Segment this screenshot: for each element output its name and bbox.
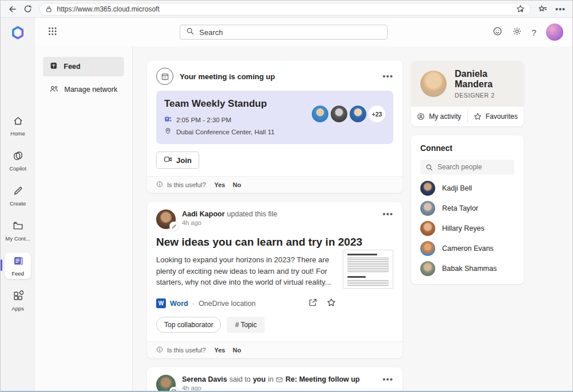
people-search-input[interactable]: [438, 163, 526, 171]
help-icon[interactable]: ?: [532, 28, 536, 37]
rail-item-feed[interactable]: Feed: [5, 253, 31, 279]
nav-item-feed[interactable]: Feed: [43, 57, 124, 76]
app-launcher-icon[interactable]: [48, 26, 57, 38]
rail-nav: Home Copilot Create My Cont...: [5, 112, 31, 314]
rail-item-my-content[interactable]: My Cont...: [5, 218, 31, 244]
person-avatar: [420, 181, 435, 196]
word-app-link[interactable]: Word: [170, 300, 188, 308]
people-icon: [49, 84, 59, 95]
favorite-star-icon[interactable]: [327, 298, 336, 309]
browser-toolbar: https://www.m365.cloud.microsoft •••: [1, 1, 572, 18]
file-location: OneDrive location: [199, 300, 255, 308]
feedback-smiley-icon[interactable]: [493, 26, 502, 38]
browser-menu-icon[interactable]: •••: [555, 7, 566, 11]
search-input[interactable]: [199, 28, 381, 37]
feedback-yes-button[interactable]: Yes: [214, 347, 225, 354]
people-search[interactable]: [420, 160, 514, 174]
person-row[interactable]: Cameron Evans: [420, 238, 514, 258]
meeting-highlight[interactable]: Team Weekly Standup 2:05 PM - 2:30 PM: [156, 91, 393, 144]
url-text[interactable]: https://www.m365.cloud.microsoft: [57, 5, 512, 13]
settings-gear-icon[interactable]: [512, 26, 522, 38]
active-indicator: [1, 259, 2, 271]
post-action: updated this file: [227, 210, 277, 218]
microsoft365-logo-icon[interactable]: [10, 25, 25, 42]
nav-item-manage-network[interactable]: Manage network: [43, 80, 124, 99]
rail-item-apps[interactable]: Apps: [5, 288, 31, 314]
mail-icon: [276, 376, 283, 383]
rail-item-create[interactable]: Create: [5, 183, 31, 209]
person-row[interactable]: Reta Taylor: [420, 198, 514, 218]
person-row[interactable]: Kadji Bell: [420, 178, 514, 198]
feedback-question: Is this useful?: [167, 181, 206, 188]
connect-card: Connect Kadji Bell: [411, 135, 524, 284]
address-bar[interactable]: https://www.m365.cloud.microsoft: [39, 3, 531, 15]
more-options-icon[interactable]: •••: [382, 377, 393, 391]
folder-icon: [13, 220, 24, 234]
chat-bubble-badge-icon: [169, 387, 179, 391]
feedback-no-button[interactable]: No: [233, 347, 241, 354]
person-row[interactable]: Hillary Reyes: [420, 218, 514, 238]
favourites-button[interactable]: Favourites: [468, 107, 524, 126]
connect-title: Connect: [420, 143, 514, 153]
copilot-icon: [13, 150, 24, 164]
rail-item-home[interactable]: Home: [5, 112, 31, 139]
feed-glyph-icon: [49, 61, 58, 72]
global-search[interactable]: [180, 25, 388, 40]
author-avatar-wrap: [156, 375, 176, 391]
attendee-overflow-badge[interactable]: +23: [369, 106, 385, 122]
edit-pencil-badge-icon: [169, 222, 179, 231]
bookmark-star-icon[interactable]: [516, 5, 525, 13]
meeting-location: Dubai Conference Center, Hall 11: [176, 129, 274, 135]
my-activity-button[interactable]: My activity: [411, 107, 467, 126]
file-excerpt: Looking to expand your horizons in 2023?…: [156, 254, 341, 289]
feedback-row: Is this useful? Yes No: [147, 341, 402, 358]
file-title[interactable]: New ideas you can learn and try in 2023: [147, 236, 402, 249]
profile-role: DESIGNER 2: [455, 92, 514, 99]
site-lock-icon[interactable]: [45, 6, 52, 13]
author-avatar-wrap: [156, 209, 176, 229]
back-icon[interactable]: [7, 5, 17, 14]
person-avatar: [420, 261, 435, 276]
person-row[interactable]: Babak Shammas: [420, 258, 514, 278]
apps-icon: [13, 290, 24, 304]
more-options-icon[interactable]: •••: [382, 74, 393, 79]
refresh-icon[interactable]: [24, 5, 32, 13]
feed-main: Your meeting is coming up ••• Team Weekl…: [133, 46, 572, 391]
person-circle-icon: [417, 112, 425, 121]
feed-icon: [13, 255, 24, 269]
join-button[interactable]: Join: [156, 152, 199, 169]
author-name[interactable]: Aadi Kapoor: [182, 210, 224, 218]
home-icon: [13, 115, 24, 129]
file-update-card: Aadi Kapoor updated this file 4h ago •••…: [147, 202, 402, 358]
meeting-card-title: Your meeting is coming up: [180, 72, 275, 81]
user-avatar[interactable]: [546, 24, 563, 41]
feedback-no-button[interactable]: No: [233, 181, 241, 188]
teams-icon: [164, 115, 172, 124]
people-list: Kadji Bell Reta Taylor Hillary Reyes: [420, 178, 514, 278]
rail-item-copilot[interactable]: Copilot: [5, 148, 31, 174]
feedback-row: Is this useful? Yes No: [147, 176, 402, 193]
document-thumbnail[interactable]: [343, 250, 393, 289]
tag-top-collaborator[interactable]: Top collaborator: [156, 317, 221, 333]
person-avatar: [420, 201, 435, 216]
more-options-icon[interactable]: •••: [382, 212, 393, 229]
search-icon: [186, 27, 194, 37]
browser-window: https://www.m365.cloud.microsoft •••: [0, 0, 573, 392]
collections-icon[interactable]: [538, 5, 547, 14]
thread-title[interactable]: Re: Meeting follow up: [285, 375, 359, 383]
profile-avatar[interactable]: [420, 71, 447, 97]
attendee-avatar: [350, 106, 366, 122]
feed-nav-panel: Feed Manage network: [35, 46, 133, 391]
tag-topic[interactable]: # Topic: [227, 317, 265, 333]
message-card: Serena Davis said to you in Re: Meeting …: [147, 367, 402, 391]
share-icon[interactable]: [308, 298, 318, 309]
video-camera-icon: [164, 155, 172, 165]
feedback-yes-button[interactable]: Yes: [214, 181, 225, 188]
author-name[interactable]: Serena Davis: [182, 375, 227, 383]
timestamp: 4h ago: [182, 219, 277, 226]
m365-app: Home Copilot Create My Cont...: [1, 18, 572, 391]
attendee-avatar: [331, 106, 347, 122]
info-icon: [156, 346, 163, 354]
star-icon: [474, 112, 482, 121]
attendee-avatars: +23: [312, 106, 385, 122]
